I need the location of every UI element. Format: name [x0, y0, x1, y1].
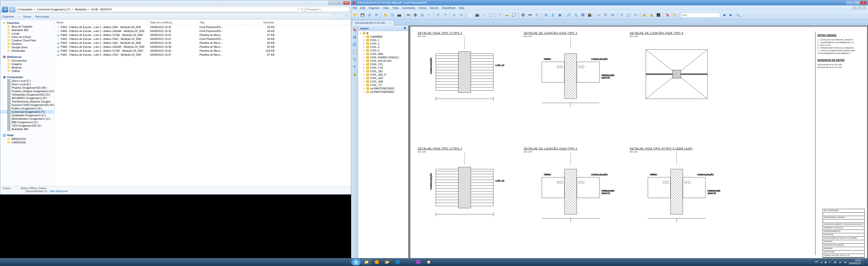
form-button[interactable]: ▭ [596, 12, 602, 18]
menu-tools[interactable]: Tools [392, 6, 399, 9]
close-button[interactable]: ✕ [860, 1, 867, 4]
layer-item[interactable]: CIVIL-TX1 [359, 63, 408, 66]
tree-item[interactable]: Qualidade (\\cagenserv) (U:) [0, 113, 54, 117]
tree-item[interactable]: Google Drive [0, 45, 54, 49]
tree-header-favorites[interactable]: Favoritos [0, 21, 54, 25]
breadcrumb-dropdown[interactable]: ▾ [298, 8, 299, 11]
forward-button[interactable]: ► [9, 6, 16, 12]
tray-chevron-icon[interactable]: ▴ [821, 261, 822, 264]
print-button[interactable]: 🖨 [366, 12, 372, 18]
tree-item[interactable]: Publico (\\cagenserv) (S:) [0, 107, 54, 110]
blank-page-button[interactable]: ▫ [481, 12, 487, 18]
zoom-out-button[interactable]: ➖ [405, 12, 411, 18]
tree-item[interactable]: Locais [0, 32, 54, 35]
layer-item[interactable]: CIVIL_003 [359, 76, 408, 80]
tree-item[interactable]: Disco Local (E:) [0, 82, 54, 86]
help-button[interactable]: ? [344, 14, 349, 19]
taskbar-word[interactable]: W [403, 259, 413, 266]
file-row[interactable]: P492 - Fábrica de Escola - Lote 3 - Adit… [55, 53, 351, 57]
file-row[interactable]: P492 - Fábrica de Escola - Lote 1 - Adit… [55, 41, 351, 45]
col-name[interactable]: Nome [55, 20, 148, 25]
from-file-button[interactable]: 📄 [467, 12, 473, 18]
menu-view[interactable]: View [383, 6, 389, 9]
signatures-icon[interactable]: ✒ [352, 64, 357, 69]
breadcrumb-seg[interactable]: Medições [75, 8, 87, 11]
action-center-icon[interactable]: 🏳 [829, 261, 832, 264]
preview-pane-button[interactable] [338, 14, 342, 19]
tree-item[interactable]: Vídeos [0, 69, 54, 73]
from-clipboard-button[interactable]: 📋 [488, 12, 494, 18]
layer-item[interactable]: CIVIL_001 [359, 69, 408, 73]
measure-button[interactable]: 📏 [672, 12, 677, 18]
nav-tree[interactable]: FavoritosÁrea de TrabalhoAutodesk 360Loc… [0, 20, 55, 186]
tree-item[interactable]: BIM (\\cagenserv) (X:) [0, 121, 54, 124]
burn-button[interactable]: Gravar [23, 15, 31, 18]
tray-icon[interactable]: ◆ [825, 261, 827, 264]
tree-item[interactable]: Fotos do iCloud [0, 35, 54, 39]
from-scanner-button[interactable]: 📠 [474, 12, 480, 18]
doc-minimize-button[interactable] [853, 6, 857, 10]
lang-indicator[interactable]: PT [815, 261, 818, 264]
layer-item[interactable]: CARIMBO [359, 35, 408, 38]
tree-item[interactable]: ScannerT2300 (\\cagenserv02) (R:) [0, 103, 54, 107]
sign-button[interactable]: ✍ [642, 12, 648, 18]
start-button[interactable]: ⊞ [351, 259, 361, 266]
undo-button[interactable]: ↩ [451, 12, 457, 18]
layers-panel[interactable]: Layers ⚙ 0CARIMBOCIVIL-1CIVIL-2CIVIL-3CI… [358, 26, 408, 261]
tray-icon[interactable]: ◈ [844, 261, 846, 264]
tree-item[interactable]: Disco Local (C:) [0, 79, 54, 82]
layer-item[interactable]: CIVIL-1 [359, 38, 408, 42]
attachments-icon[interactable]: 📎 [352, 57, 357, 62]
minimize-button[interactable]: — [328, 1, 335, 5]
zoom-in-button[interactable]: ➕ [412, 12, 418, 18]
fit-page-button[interactable]: ⊡ [419, 12, 425, 18]
form-field-button[interactable]: ☑ [603, 12, 609, 18]
snapshot-tool[interactable]: 📷 [396, 12, 402, 18]
taskbar[interactable]: ⊞ 📁 🟠 📂 🌐 W 🟪 🔲 PT ▴ ◆ 🏳 🖧 🔊 ◈ 10:52 03/… [0, 258, 868, 266]
refresh-icon[interactable]: ↻ [301, 8, 303, 11]
col-date[interactable]: Data de modificaç... [148, 20, 197, 25]
tree-item[interactable]: Creative Cloud Files [0, 39, 54, 42]
search-input[interactable] [305, 7, 349, 12]
email-button[interactable]: ✉ [373, 12, 379, 18]
pdf-toolbar[interactable]: 📂 💾 🖨 ✉ ✋ Ⓘ 📷 ➖ ➕ ⊡ ↔ ↶ ↷ ↩ ↪ 📄 📠 ▫ 📋 T … [351, 10, 868, 20]
highlight-button[interactable]: ▬ [504, 12, 510, 18]
taskbar-app[interactable]: 📁 [362, 259, 371, 266]
extract-page-button[interactable]: ⎘ [534, 12, 540, 18]
clock[interactable]: 10:52 03/08/2015 [849, 259, 861, 265]
menu-secure[interactable]: Secure [430, 6, 438, 9]
tree-item[interactable]: AGUARDO (\\cagenserv) (P:) [0, 96, 54, 100]
tree-item[interactable]: Projetos_Antigos (\\cagenserv) (O:) [0, 90, 54, 93]
delete-page-button[interactable]: ➖ [527, 12, 533, 18]
find-input[interactable] [681, 12, 720, 18]
hand-tool[interactable]: ✋ [382, 12, 389, 18]
note-button[interactable]: 💬 [511, 12, 517, 18]
breadcrumb[interactable]: Computador▸ Comercial (\\cagenserv) (T:)… [17, 7, 304, 12]
maximize-button[interactable]: □ [336, 1, 342, 5]
open-button[interactable]: 📂 [352, 12, 359, 18]
tree-item[interactable]: Área de Trabalho [0, 25, 54, 28]
tree-header-libraries[interactable]: Bibliotecas [0, 55, 54, 59]
taskbar-chrome[interactable]: 🌐 [393, 259, 402, 266]
layers-tree[interactable]: 0CARIMBOCIVIL-1CIVIL-2CIVIL-3CIVIL-5CIVI… [358, 31, 408, 261]
stamp-button[interactable]: 🔖 [664, 12, 671, 18]
image-button[interactable]: 🖼 [580, 12, 586, 18]
header-footer-button[interactable]: ⊟ [543, 12, 549, 18]
tree-header-computer[interactable]: Computador [0, 75, 54, 79]
menu-help[interactable]: Help [459, 6, 464, 9]
tree-item[interactable]: Dropbox [0, 42, 54, 45]
insert-page-button[interactable]: ➕ [520, 12, 526, 18]
tree-item[interactable]: Olimpiadas (\\cagenserv02) (O:) [0, 93, 54, 96]
tree-item[interactable]: Comercial (\\cagenserv) (T:) [0, 110, 54, 113]
advanced-search-button[interactable]: 🔍 [735, 12, 741, 18]
link-button[interactable]: 🔗 [566, 12, 572, 18]
system-tray[interactable]: PT ▴ ◆ 🏳 🖧 🔊 ◈ 10:52 03/08/2015 [815, 259, 868, 266]
typewriter-button[interactable]: T [497, 12, 503, 18]
layer-item[interactable]: CIVIL-DIM [359, 52, 408, 56]
new-folder-button[interactable]: Nova pasta [35, 15, 49, 18]
attachment-button[interactable]: 📎 [573, 12, 579, 18]
layer-item[interactable]: CIVIL_001_P [359, 73, 408, 76]
file-list-header[interactable]: Nome Data de modificaç... Tipo Tamanho [55, 20, 351, 25]
menu-organize[interactable]: Organize [369, 6, 380, 9]
redact-button[interactable]: ⬛ [655, 12, 661, 18]
